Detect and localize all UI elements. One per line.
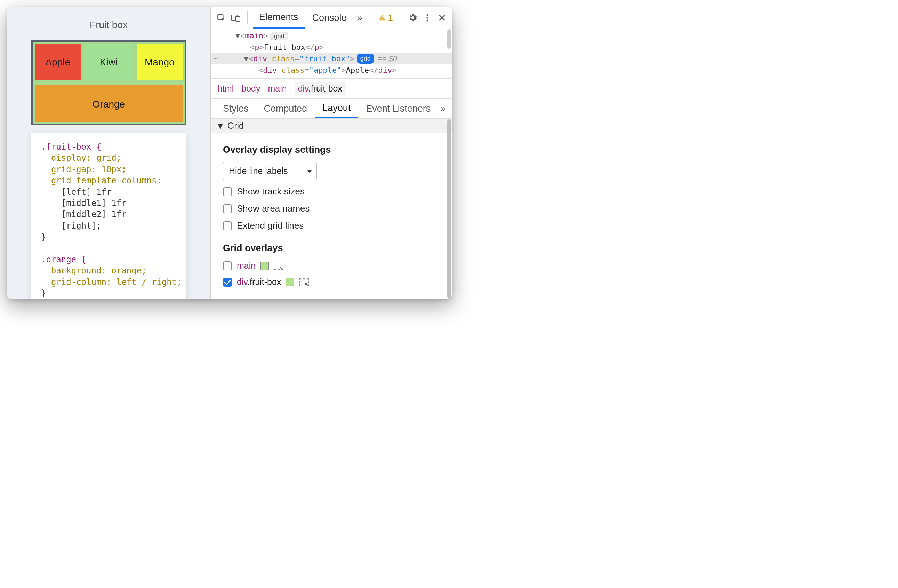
overlay-main[interactable]: main xyxy=(223,260,440,271)
close-icon[interactable] xyxy=(435,11,449,25)
more-menu-icon[interactable] xyxy=(421,11,434,25)
breadcrumb: html body main div.fruit-box xyxy=(211,79,452,99)
grid-badge[interactable]: grid xyxy=(270,32,288,40)
crumb-body[interactable]: body xyxy=(241,83,260,94)
option-extend-grid-lines[interactable]: Extend grid lines xyxy=(223,220,440,231)
tabs-overflow[interactable]: » xyxy=(354,7,365,29)
dom-row-p[interactable]: <p>Fruit box</p> xyxy=(211,42,452,53)
option-show-area-names[interactable]: Show area names xyxy=(223,203,440,214)
grid-overlays-title: Grid overlays xyxy=(223,243,440,254)
svg-point-5 xyxy=(427,14,429,16)
line-labels-select[interactable]: Hide line labels xyxy=(223,162,317,180)
color-swatch[interactable] xyxy=(260,262,269,270)
fruit-mango: Mango xyxy=(137,44,183,80)
grid-section-header[interactable]: ▼ Grid xyxy=(211,119,452,133)
dom-scrollbar[interactable] xyxy=(447,29,451,49)
dom-tree[interactable]: ▼<main>grid <p>Fruit box</p> ⋯ ▼<div cla… xyxy=(211,29,452,79)
tab-elements[interactable]: Elements xyxy=(253,7,304,29)
checkbox-unchecked[interactable] xyxy=(223,221,232,230)
fruit-apple: Apple xyxy=(35,44,81,80)
grid-section-body: Overlay display settings Hide line label… xyxy=(211,133,452,299)
css-snippet: .fruit-box { display: grid; grid-gap: 10… xyxy=(31,133,186,299)
devtools-window: Fruit box Apple Kiwi Mango Orange .fruit… xyxy=(7,7,452,299)
dom-row-apple[interactable]: <div class="apple">Apple</div> xyxy=(211,65,452,76)
color-swatch[interactable] xyxy=(286,278,294,286)
subtab-computed[interactable]: Computed xyxy=(256,99,315,118)
overlay-reveal-icon[interactable] xyxy=(274,262,283,270)
crumb-main[interactable]: main xyxy=(268,83,287,94)
toolbar-separator-2 xyxy=(401,11,401,24)
styles-subtabs: Styles Computed Layout Event Listeners » xyxy=(211,99,452,119)
checkbox-unchecked[interactable] xyxy=(223,261,232,270)
eq-dollar-zero: == $0 xyxy=(378,53,397,65)
layout-grid-section: ▼ Grid Overlay display settings Hide lin… xyxy=(211,119,452,299)
warning-count: 1 xyxy=(388,12,393,23)
toolbar-separator xyxy=(247,11,248,24)
crumb-fruit-box[interactable]: div.fruit-box xyxy=(295,82,346,95)
tab-console[interactable]: Console xyxy=(306,7,353,29)
overlay-reveal-icon[interactable] xyxy=(299,278,309,286)
checkbox-unchecked[interactable] xyxy=(223,204,232,213)
fruit-kiwi: Kiwi xyxy=(86,44,131,80)
subtab-event-listeners[interactable]: Event Listeners xyxy=(358,99,438,118)
rendered-page-pane: Fruit box Apple Kiwi Mango Orange .fruit… xyxy=(7,7,211,299)
svg-point-7 xyxy=(427,20,429,22)
crumb-html[interactable]: html xyxy=(217,83,234,94)
svg-rect-4 xyxy=(382,19,383,20)
devtools-toolbar: Elements Console » 1 xyxy=(211,7,452,29)
option-show-track-sizes[interactable]: Show track sizes xyxy=(223,186,440,197)
chevron-down-icon: ▼ xyxy=(216,121,224,131)
overlay-fruit-box[interactable]: div.fruit-box xyxy=(223,277,440,287)
checkbox-unchecked[interactable] xyxy=(223,187,232,196)
svg-rect-3 xyxy=(382,16,383,18)
devtools-pane: Elements Console » 1 ▼<main>grid <p>Frui… xyxy=(211,7,452,299)
page-title: Fruit box xyxy=(31,20,186,31)
svg-point-6 xyxy=(427,17,429,19)
overlay-display-settings-title: Overlay display settings xyxy=(223,145,440,155)
dom-row-fruit-box[interactable]: ⋯ ▼<div class="fruit-box">grid== $0 xyxy=(211,53,452,65)
device-toolbar-icon[interactable] xyxy=(229,11,242,25)
panel-scrollbar[interactable] xyxy=(447,119,451,299)
subtab-styles[interactable]: Styles xyxy=(215,99,256,118)
subtabs-overflow[interactable]: » xyxy=(438,99,447,118)
svg-rect-2 xyxy=(236,16,240,21)
fruit-box-grid: Apple Kiwi Mango Orange xyxy=(35,44,183,122)
checkbox-checked[interactable] xyxy=(223,278,232,287)
settings-icon[interactable] xyxy=(406,11,420,25)
grid-badge-active[interactable]: grid xyxy=(357,54,374,64)
warning-badge[interactable]: 1 xyxy=(378,12,396,23)
inspect-element-icon[interactable] xyxy=(215,11,228,25)
fruit-box-wrapper: Apple Kiwi Mango Orange xyxy=(31,40,186,125)
fruit-orange: Orange xyxy=(35,85,183,122)
dom-ellipsis-icon[interactable]: ⋯ xyxy=(213,53,218,65)
dom-row-main[interactable]: ▼<main>grid xyxy=(211,30,452,42)
subtab-layout[interactable]: Layout xyxy=(315,99,358,118)
